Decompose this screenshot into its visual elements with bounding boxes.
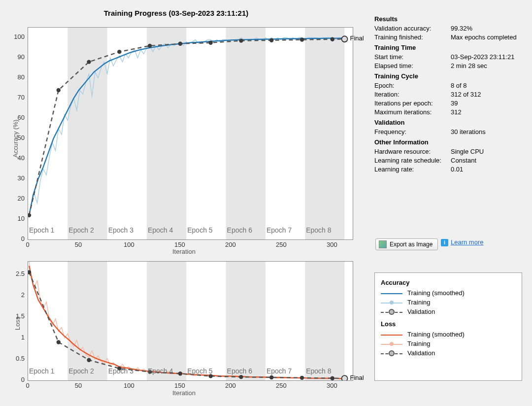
page-title: Training Progress (03-Sep-2023 23:11:21) bbox=[0, 9, 352, 17]
accuracy-canvas bbox=[28, 28, 353, 239]
epoch-label: Epoch 3 bbox=[108, 226, 133, 234]
loss-chart bbox=[28, 261, 353, 381]
epoch-label: Epoch 5 bbox=[187, 226, 212, 234]
export-image-button[interactable]: Export as Image bbox=[375, 238, 438, 250]
epoch-label: Epoch 4 bbox=[148, 226, 173, 234]
epoch-label: Epoch 8 bbox=[306, 367, 331, 375]
epoch-label: Epoch 7 bbox=[266, 226, 292, 234]
epoch-label: Epoch 1 bbox=[29, 367, 54, 375]
info-row: Elapsed time:2 min 28 sec bbox=[374, 62, 525, 69]
epoch-label: Epoch 6 bbox=[227, 226, 252, 234]
legend-entry: Training (smoothed) bbox=[381, 289, 518, 297]
section-header: Results bbox=[374, 15, 525, 23]
info-row: Iterations per epoch:39 bbox=[374, 100, 525, 107]
legend-panel: Accuracy Training (smoothed) Training Va… bbox=[374, 272, 522, 381]
section-header: Validation bbox=[374, 119, 525, 126]
legend-entry: Training (smoothed) bbox=[381, 331, 518, 338]
epoch-label: Epoch 2 bbox=[68, 367, 94, 375]
loss-canvas bbox=[28, 262, 353, 380]
legend-entry: Validation bbox=[381, 308, 518, 315]
learn-more[interactable]: iLearn more bbox=[441, 238, 483, 246]
results-panel: ResultsValidation accuracy:99.32%Trainin… bbox=[374, 12, 525, 174]
info-row: Training finished:Max epochs completed bbox=[374, 34, 525, 41]
section-header: Other Information bbox=[374, 138, 525, 146]
info-row: Start time:03-Sep-2023 23:11:21 bbox=[374, 53, 525, 61]
epoch-label: Epoch 7 bbox=[266, 367, 292, 375]
epoch-label: Epoch 4 bbox=[148, 367, 173, 375]
info-row: Maximum iterations:312 bbox=[374, 108, 525, 116]
epoch-label: Epoch 3 bbox=[108, 367, 133, 375]
info-row: Frequency:30 iterations bbox=[374, 128, 525, 135]
export-label: Export as Image bbox=[390, 241, 432, 248]
export-icon bbox=[379, 240, 387, 248]
section-header: Training Time bbox=[374, 44, 525, 51]
epoch-label: Epoch 5 bbox=[187, 367, 212, 375]
section-header: Training Cycle bbox=[374, 72, 525, 80]
final-label-accuracy: Final bbox=[350, 34, 364, 42]
legend-entry: Training bbox=[381, 340, 518, 347]
info-row: Hardware resource:Single CPU bbox=[374, 148, 525, 155]
legend-accuracy-header: Accuracy bbox=[381, 279, 518, 286]
info-row: Iteration:312 of 312 bbox=[374, 91, 525, 98]
info-icon: i bbox=[441, 239, 448, 246]
legend-entry: Training bbox=[381, 299, 518, 306]
legend-entry: Validation bbox=[381, 349, 518, 357]
accuracy-chart bbox=[28, 27, 353, 240]
info-row: Learning rate:0.01 bbox=[374, 166, 525, 173]
info-row: Validation accuracy:99.32% bbox=[374, 25, 525, 32]
loss-xlabel: Iteration bbox=[172, 389, 196, 397]
epoch-label: Epoch 6 bbox=[227, 367, 252, 375]
legend-loss-header: Loss bbox=[381, 320, 518, 328]
accuracy-xlabel: Iteration bbox=[172, 248, 196, 255]
info-row: Epoch:8 of 8 bbox=[374, 82, 525, 89]
epoch-label: Epoch 8 bbox=[306, 226, 331, 234]
info-row: Learning rate schedule:Constant bbox=[374, 157, 525, 164]
learn-more-link[interactable]: Learn more bbox=[451, 238, 483, 246]
epoch-label: Epoch 1 bbox=[29, 226, 54, 234]
final-label-loss: Final bbox=[350, 374, 364, 381]
epoch-label: Epoch 2 bbox=[68, 226, 94, 234]
